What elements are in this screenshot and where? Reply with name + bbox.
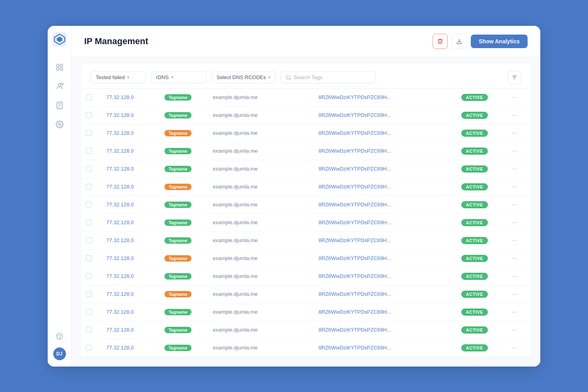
- row-checkbox-cell: [81, 89, 102, 107]
- rdns-filter-select[interactable]: rDNS ▾: [151, 71, 207, 83]
- ip-link[interactable]: 77.32.128.0: [106, 345, 134, 351]
- search-tags-input[interactable]: Search Tags: [280, 71, 376, 83]
- ip-link[interactable]: 77.32.128.0: [106, 291, 134, 297]
- tag-badge: Tagname: [164, 112, 191, 118]
- tag-cell: Tagname: [160, 321, 208, 339]
- hash-link[interactable]: 8RZ6WwDziKYTPDsPZC69H...: [319, 309, 391, 315]
- ip-link[interactable]: 77.32.128.0: [106, 202, 134, 208]
- test-filter-select[interactable]: Tested failed ▾: [91, 71, 146, 83]
- more-options-button[interactable]: ···: [509, 272, 519, 281]
- status-cell: ACTIVE: [456, 89, 505, 107]
- ip-link[interactable]: 77.32.128.0: [106, 112, 134, 118]
- more-options-button[interactable]: ···: [509, 254, 519, 263]
- hash-link[interactable]: 8RZ6WwDziKYTPDsPZC69H...: [319, 130, 391, 136]
- hash-cell: 8RZ6WwDziKYTPDsPZC69H...: [314, 124, 456, 142]
- ip-link[interactable]: 77.32.128.0: [106, 273, 134, 279]
- filter-icon: [511, 74, 518, 81]
- hash-cell: 8RZ6WwDziKYTPDsPZC69H...: [314, 231, 456, 249]
- sidebar-item-settings[interactable]: [52, 116, 68, 132]
- hash-cell: 8RZ6WwDziKYTPDsPZC69H...: [314, 196, 456, 213]
- hash-link[interactable]: 8RZ6WwDziKYTPDsPZC69H...: [319, 237, 391, 243]
- sidebar-item-dashboard[interactable]: [52, 59, 68, 75]
- more-options-button[interactable]: ···: [509, 111, 519, 120]
- more-options-button[interactable]: ···: [509, 218, 519, 227]
- hash-link[interactable]: 8RZ6WwDziKYTPDsPZC69H...: [319, 291, 391, 297]
- row-checkbox[interactable]: [86, 345, 92, 351]
- row-checkbox-cell: [81, 213, 102, 231]
- row-checkbox-cell: [81, 267, 102, 285]
- ip-link[interactable]: 77.32.128.0: [106, 148, 134, 154]
- table-row: 77.32.128.0 Tagname example.djumla.me 8R…: [81, 196, 531, 213]
- sidebar-item-help[interactable]: [52, 328, 68, 344]
- sidebar-item-contacts[interactable]: [52, 78, 68, 94]
- row-checkbox[interactable]: [86, 166, 92, 172]
- status-cell: ACTIVE: [456, 106, 505, 124]
- ip-link[interactable]: 77.32.128.0: [106, 309, 134, 315]
- hash-link[interactable]: 8RZ6WwDziKYTPDsPZC69H...: [319, 273, 391, 279]
- row-checkbox[interactable]: [86, 327, 92, 333]
- svg-point-13: [58, 123, 60, 125]
- row-checkbox[interactable]: [86, 219, 92, 225]
- tag-badge: Tagname: [164, 309, 191, 315]
- row-checkbox[interactable]: [86, 309, 92, 315]
- status-badge: ACTIVE: [461, 183, 488, 190]
- ip-link[interactable]: 77.32.128.0: [106, 255, 134, 261]
- ip-link[interactable]: 77.32.128.0: [106, 130, 134, 136]
- row-checkbox-cell: [81, 231, 102, 249]
- more-options-button[interactable]: ···: [509, 290, 519, 299]
- hash-link[interactable]: 8RZ6WwDziKYTPDsPZC69H...: [319, 166, 391, 172]
- hash-link[interactable]: 8RZ6WwDziKYTPDsPZC69H...: [319, 327, 391, 333]
- hash-link[interactable]: 8RZ6WwDziKYTPDsPZC69H...: [319, 219, 391, 225]
- more-options-button[interactable]: ···: [509, 147, 519, 155]
- delete-button[interactable]: [433, 34, 448, 49]
- ip-link[interactable]: 77.32.128.0: [106, 166, 134, 172]
- more-options-button[interactable]: ···: [509, 165, 519, 173]
- more-options-button[interactable]: ···: [509, 236, 519, 245]
- ip-link[interactable]: 77.32.128.0: [106, 94, 134, 100]
- advanced-filter-button[interactable]: [508, 71, 521, 84]
- table-row: 77.32.128.0 Tagname example.djumla.me 8R…: [81, 142, 531, 160]
- row-checkbox[interactable]: [86, 237, 92, 243]
- hash-link[interactable]: 8RZ6WwDziKYTPDsPZC69H...: [319, 94, 391, 100]
- table-row: 77.32.128.0 Tagname example.djumla.me 8R…: [81, 89, 531, 107]
- row-checkbox[interactable]: [86, 202, 92, 208]
- row-checkbox[interactable]: [86, 112, 92, 118]
- more-options-button[interactable]: ···: [509, 308, 519, 316]
- row-checkbox[interactable]: [86, 130, 92, 136]
- hash-link[interactable]: 8RZ6WwDziKYTPDsPZC69H...: [319, 184, 391, 190]
- more-options-button[interactable]: ···: [509, 182, 519, 191]
- show-analytics-button[interactable]: Show Analytics: [471, 35, 528, 48]
- more-options-button[interactable]: ···: [509, 326, 519, 334]
- ip-link[interactable]: 77.32.128.0: [106, 219, 134, 225]
- svg-point-15: [59, 338, 60, 338]
- row-checkbox[interactable]: [86, 291, 92, 297]
- hash-link[interactable]: 8RZ6WwDziKYTPDsPZC69H...: [319, 255, 391, 261]
- status-cell: ACTIVE: [456, 267, 505, 285]
- row-checkbox[interactable]: [86, 255, 92, 261]
- app-logo[interactable]: [52, 32, 67, 47]
- hash-link[interactable]: 8RZ6WwDziKYTPDsPZC69H...: [319, 148, 391, 154]
- table-row: 77.32.128.0 Tagname example.djumla.me 8R…: [81, 106, 531, 124]
- ip-link[interactable]: 77.32.128.0: [106, 327, 134, 333]
- hash-link[interactable]: 8RZ6WwDziKYTPDsPZC69H...: [319, 112, 391, 118]
- row-checkbox[interactable]: [86, 148, 92, 154]
- host-cell: example.djumla.me: [208, 213, 314, 231]
- dns-rcode-filter-select[interactable]: Select DNS RCODEs ▾: [211, 71, 276, 83]
- more-options-button[interactable]: ···: [509, 343, 519, 352]
- search-icon: [286, 75, 291, 80]
- row-checkbox[interactable]: [86, 273, 92, 279]
- ip-link[interactable]: 77.32.128.0: [106, 237, 134, 243]
- more-options-button[interactable]: ···: [509, 93, 519, 102]
- row-checkbox[interactable]: [86, 184, 92, 190]
- hash-link[interactable]: 8RZ6WwDziKYTPDsPZC69H...: [319, 202, 391, 208]
- download-button[interactable]: [452, 34, 467, 49]
- ip-link[interactable]: 77.32.128.0: [106, 184, 134, 190]
- row-checkbox[interactable]: [86, 94, 92, 100]
- more-options-button[interactable]: ···: [509, 200, 519, 209]
- hash-link[interactable]: 8RZ6WwDziKYTPDsPZC69H...: [319, 345, 391, 351]
- user-avatar[interactable]: DJ: [53, 347, 66, 360]
- host-text: example.djumla.me: [213, 309, 258, 315]
- host-cell: example.djumla.me: [208, 231, 314, 249]
- more-options-button[interactable]: ···: [509, 129, 519, 138]
- sidebar-item-reports[interactable]: [52, 97, 68, 113]
